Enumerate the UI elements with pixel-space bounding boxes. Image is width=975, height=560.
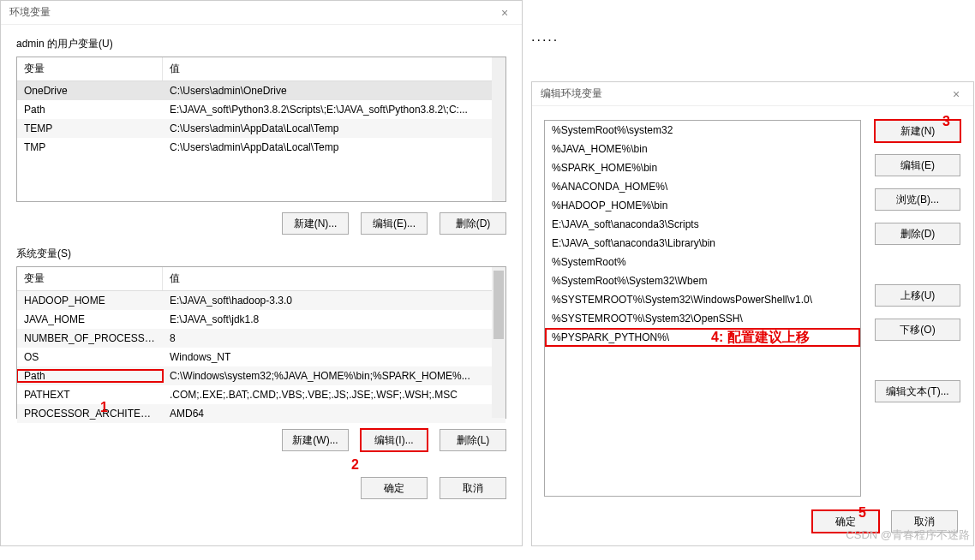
list-item[interactable]: %PYSPARK_PYTHON%\	[545, 328, 860, 347]
dialog-buttons: 确定 取消	[16, 477, 506, 499]
var-value: C:\Windows\system32;%JAVA_HOME%\bin;%SPA…	[163, 370, 505, 382]
user-vars-list[interactable]: 变量 值 OneDriveC:\Users\admin\OneDrivePath…	[16, 57, 506, 202]
var-name: TEMP	[17, 122, 163, 134]
side-buttons: 新建(N) 编辑(E) 浏览(B)... 删除(D) 上移(U) 下移(O) 编…	[875, 120, 960, 497]
close-icon[interactable]: ×	[944, 87, 968, 101]
list-item[interactable]: %ANACONDA_HOME%\	[545, 177, 860, 196]
table-row[interactable]: HADOOP_HOMEE:\JAVA_soft\hadoop-3.3.0	[17, 291, 505, 310]
ellipsis-text: .....	[531, 29, 559, 45]
user-vars-buttons: 新建(N)... 编辑(E)... 删除(D)	[16, 212, 506, 235]
edit-text-button[interactable]: 编辑文本(T)...	[875, 380, 960, 402]
var-value: C:\Users\admin\AppData\Local\Temp	[163, 141, 505, 153]
sys-edit-button[interactable]: 编辑(I)...	[361, 429, 428, 451]
col-variable: 变量	[17, 267, 163, 290]
user-delete-button[interactable]: 删除(D)	[440, 212, 506, 235]
var-name: JAVA_HOME	[17, 313, 163, 325]
sys-vars-list[interactable]: 变量 值 HADOOP_HOMEE:\JAVA_soft\hadoop-3.3.…	[16, 266, 506, 419]
col-value: 值	[163, 57, 505, 80]
list-item[interactable]: %SystemRoot%\system32	[545, 121, 860, 140]
var-value: C:\Users\admin\AppData\Local\Temp	[163, 122, 505, 134]
table-row[interactable]: NUMBER_OF_PROCESSORS8	[17, 329, 505, 348]
sys-new-button[interactable]: 新建(W)...	[282, 429, 349, 451]
path-entries-list[interactable]: %SystemRoot%\system32%JAVA_HOME%\bin%SPA…	[544, 120, 861, 497]
var-name: PROCESSOR_ARCHITECT...	[17, 408, 163, 420]
dialog-titlebar: 编辑环境变量 ×	[532, 82, 973, 106]
dialog-title: 环境变量	[9, 5, 51, 20]
dialog-buttons: 确定 取消	[547, 510, 958, 533]
table-row[interactable]: TEMPC:\Users\admin\AppData\Local\Temp	[17, 119, 505, 138]
list-item[interactable]: %JAVA_HOME%\bin	[545, 140, 860, 158]
env-vars-dialog: 环境变量 × admin 的用户变量(U) 变量 值 OneDriveC:\Us…	[0, 0, 523, 546]
var-value: E:\JAVA_soft\hadoop-3.3.0	[163, 295, 505, 307]
cancel-button[interactable]: 取消	[891, 510, 958, 533]
var-name: NUMBER_OF_PROCESSORS	[17, 332, 163, 344]
col-variable: 变量	[17, 57, 163, 80]
var-value: E:\JAVA_soft\jdk1.8	[163, 313, 505, 325]
cancel-button[interactable]: 取消	[440, 477, 506, 499]
list-item[interactable]: %HADOOP_HOME%\bin	[545, 196, 860, 215]
list-header: 变量 值	[17, 267, 505, 291]
var-value: .COM;.EXE;.BAT;.CMD;.VBS;.VBE;.JS;.JSE;.…	[163, 389, 505, 401]
ok-button[interactable]: 确定	[361, 477, 428, 499]
sys-vars-buttons: 新建(W)... 编辑(I)... 删除(L)	[16, 429, 506, 451]
user-edit-button[interactable]: 编辑(E)...	[361, 212, 428, 235]
scroll-thumb[interactable]	[493, 271, 504, 339]
table-row[interactable]: PathC:\Windows\system32;%JAVA_HOME%\bin;…	[17, 366, 505, 385]
var-name: HADOOP_HOME	[17, 295, 163, 307]
edit-button[interactable]: 编辑(E)	[875, 154, 960, 176]
col-value: 值	[163, 267, 505, 290]
var-value: Windows_NT	[163, 351, 505, 363]
list-header: 变量 值	[17, 57, 505, 81]
var-value: E:\JAVA_soft\Python3.8.2\Scripts\;E:\JAV…	[163, 104, 505, 116]
list-item[interactable]: %SystemRoot%	[545, 253, 860, 271]
list-item[interactable]: %SYSTEMROOT%\System32\WindowsPowerShell\…	[545, 290, 860, 309]
var-name: PATHEXT	[17, 389, 163, 401]
list-item[interactable]: E:\JAVA_soft\anaconda3\Scripts	[545, 215, 860, 234]
new-button[interactable]: 新建(N)	[875, 120, 960, 142]
table-row[interactable]: JAVA_HOMEE:\JAVA_soft\jdk1.8	[17, 310, 505, 329]
list-item[interactable]: E:\JAVA_soft\anaconda3\Library\bin	[545, 234, 860, 253]
var-name: TMP	[17, 141, 163, 153]
ok-button[interactable]: 确定	[812, 510, 879, 533]
var-value: C:\Users\admin\OneDrive	[163, 85, 505, 97]
table-row[interactable]: OneDriveC:\Users\admin\OneDrive	[17, 81, 505, 100]
user-new-button[interactable]: 新建(N)...	[282, 212, 349, 235]
var-name: Path	[17, 370, 163, 382]
var-value: AMD64	[163, 408, 505, 420]
table-row[interactable]: TMPC:\Users\admin\AppData\Local\Temp	[17, 138, 505, 157]
scrollbar[interactable]	[492, 57, 505, 201]
sys-vars-label: 系统变量(S)	[16, 247, 522, 261]
table-row[interactable]: PROCESSOR_ARCHITECT...AMD64	[17, 404, 505, 423]
var-value: 8	[163, 332, 505, 344]
var-name: Path	[17, 104, 163, 116]
browse-button[interactable]: 浏览(B)...	[875, 188, 960, 211]
list-item[interactable]: %SPARK_HOME%\bin	[545, 158, 860, 177]
table-row[interactable]: PATHEXT.COM;.EXE;.BAT;.CMD;.VBS;.VBE;.JS…	[17, 385, 505, 404]
dialog-titlebar: 环境变量 ×	[1, 1, 522, 25]
move-down-button[interactable]: 下移(O)	[875, 319, 960, 341]
dialog-title: 编辑环境变量	[541, 86, 602, 101]
table-row[interactable]: OSWindows_NT	[17, 348, 505, 366]
scrollbar[interactable]	[492, 267, 505, 418]
move-up-button[interactable]: 上移(U)	[875, 284, 960, 307]
list-item[interactable]: %SystemRoot%\System32\Wbem	[545, 271, 860, 290]
edit-path-dialog: 编辑环境变量 × %SystemRoot%\system32%JAVA_HOME…	[531, 81, 974, 546]
table-row[interactable]: PathE:\JAVA_soft\Python3.8.2\Scripts\;E:…	[17, 100, 505, 119]
sys-delete-button[interactable]: 删除(L)	[440, 429, 506, 451]
close-icon[interactable]: ×	[493, 6, 517, 20]
var-name: OS	[17, 351, 163, 363]
user-vars-label: admin 的用户变量(U)	[16, 37, 522, 51]
list-item[interactable]: %SYSTEMROOT%\System32\OpenSSH\	[545, 309, 860, 328]
delete-button[interactable]: 删除(D)	[875, 223, 960, 245]
var-name: OneDrive	[17, 85, 163, 97]
